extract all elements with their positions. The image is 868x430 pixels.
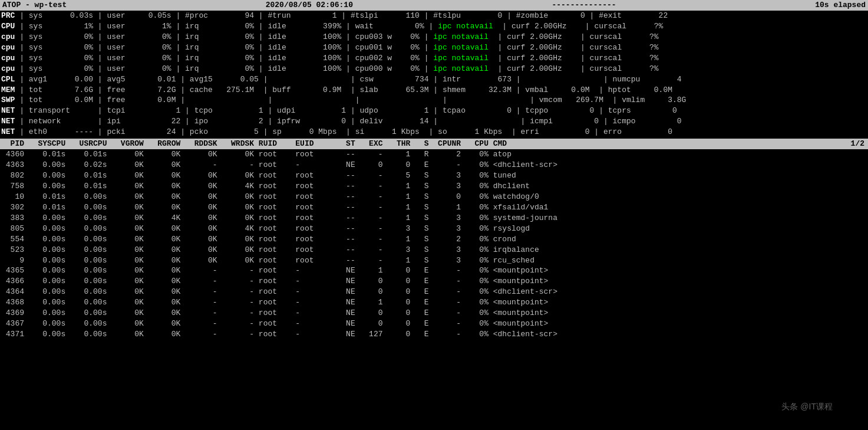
stats-row-1: CPU | sys 1% | user 1% | irq 0% | idle 3…: [0, 21, 868, 32]
process-table: 4360 0.01s 0.01s 0K 0K 0K 0K root root -…: [0, 149, 868, 340]
proc-header-line: PID SYSCPU USRCPU VGROW RGROW RDDSK WRDS…: [1, 139, 851, 149]
stats-row-0: PRC | sys 0.03s | user 0.05s | #proc 94 …: [0, 11, 868, 21]
stats-row-3: cpu | sys 0% | user 0% | irq 0% | idle 1…: [0, 42, 868, 53]
table-row: 554 0.00s 0.00s 0K 0K 0K 0K root root --…: [0, 234, 868, 245]
dashes: --------------: [552, 0, 616, 11]
stats-row-7: MEM | tot 7.6G | free 7.2G | cache 275.1…: [0, 85, 868, 96]
page-indicator: 1/2: [851, 139, 864, 149]
table-row: 302 0.01s 0.00s 0K 0K 0K 0K root root --…: [0, 202, 868, 213]
table-row: 4360 0.01s 0.01s 0K 0K 0K 0K root root -…: [0, 149, 868, 160]
process-header: PID SYSCPU USRCPU VGROW RGROW RDDSK WRDS…: [0, 139, 868, 149]
elapsed: 10s elapsed: [815, 0, 866, 11]
stats-row-5: cpu | sys 0% | user 0% | irq 0% | idle 1…: [0, 64, 868, 74]
table-row: 758 0.00s 0.01s 0K 0K 0K 4K root root --…: [0, 181, 868, 192]
atop-title: ATOP - wp-test: [2, 0, 67, 11]
watermark: 头条 @IT课程: [781, 401, 833, 412]
table-row: 4369 0.00s 0.00s 0K 0K - - root - NE 0 0…: [0, 308, 868, 319]
stats-row-10: NET | network | ipi 22 | ipo 2 | ipfrw 0…: [0, 116, 868, 127]
table-row: 10 0.01s 0.00s 0K 0K 0K 0K root root -- …: [0, 192, 868, 202]
table-row: 4368 0.00s 0.00s 0K 0K - - root - NE 1 0…: [0, 297, 868, 308]
table-row: 805 0.00s 0.00s 0K 0K 0K 4K root root --…: [0, 224, 868, 234]
stats-row-8: SWP | tot 0.0M | free 0.0M | | | | | vmc…: [0, 95, 868, 106]
table-row: 4371 0.00s 0.00s 0K 0K - - root - NE 127…: [0, 329, 868, 340]
table-row: 4363 0.00s 0.02s 0K 0K - - root - NE 0 0…: [0, 160, 868, 170]
table-row: 4365 0.00s 0.00s 0K 0K - - root - NE 1 0…: [0, 265, 868, 276]
stats-row-4: cpu | sys 0% | user 0% | irq 0% | idle 1…: [0, 53, 868, 64]
datetime: 2020/08/05 02:06:10: [266, 0, 353, 11]
table-row: 523 0.00s 0.00s 0K 0K 0K 0K root root --…: [0, 245, 868, 255]
stats-section: PRC | sys 0.03s | user 0.05s | #proc 94 …: [0, 11, 868, 137]
table-row: 9 0.00s 0.00s 0K 0K 0K 0K root root -- -…: [0, 255, 868, 266]
table-row: 4364 0.00s 0.00s 0K 0K - - root - NE 0 0…: [0, 287, 868, 297]
table-row: 383 0.00s 0.00s 0K 4K 0K 0K root root --…: [0, 213, 868, 224]
table-row: 4366 0.00s 0.00s 0K 0K - - root - NE 0 0…: [0, 276, 868, 287]
stats-row-9: NET | transport | tcpi 1 | tcpo 1 | udpi…: [0, 106, 868, 116]
stats-row-2: cpu | sys 0% | user 0% | irq 0% | idle 1…: [0, 32, 868, 42]
table-row: 4367 0.00s 0.00s 0K 0K - - root - NE 0 0…: [0, 319, 868, 329]
table-row: 802 0.00s 0.01s 0K 0K 0K 0K root root --…: [0, 170, 868, 181]
stats-row-11: NET | eth0 ---- | pcki 24 | pcko 5 | sp …: [0, 127, 868, 137]
header-bar: ATOP - wp-test 2020/08/05 02:06:10 -----…: [0, 0, 868, 11]
stats-row-6: CPL | avg1 0.00 | avg5 0.01 | avg15 0.05…: [0, 74, 868, 85]
